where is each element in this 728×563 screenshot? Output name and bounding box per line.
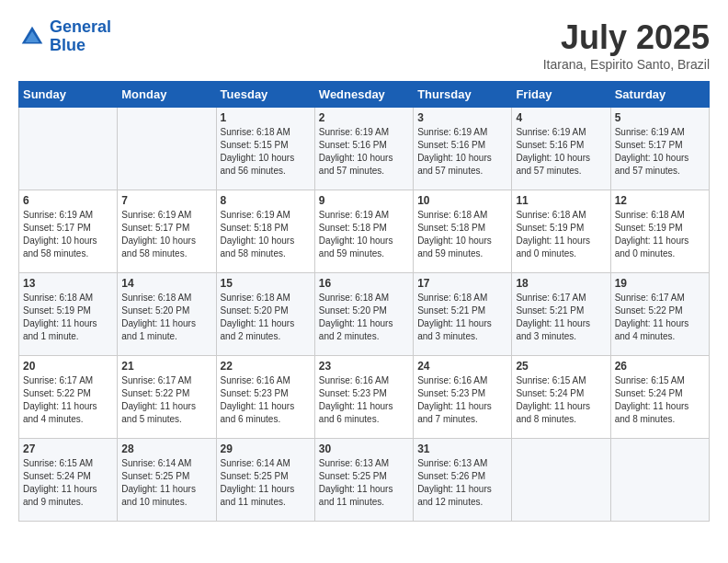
day-number: 22: [221, 360, 311, 373]
day-info: Sunrise: 6:18 AM Sunset: 5:20 PM Dayligh…: [221, 292, 311, 343]
day-info: Sunrise: 6:19 AM Sunset: 5:18 PM Dayligh…: [319, 209, 409, 260]
day-number: 13: [23, 277, 113, 290]
calendar-cell: 2Sunrise: 6:19 AM Sunset: 5:16 PM Daylig…: [314, 108, 413, 190]
calendar-cell: [118, 108, 216, 190]
calendar-cell: 3Sunrise: 6:19 AM Sunset: 5:16 PM Daylig…: [414, 108, 512, 190]
calendar-cell: 7Sunrise: 6:19 AM Sunset: 5:17 PM Daylig…: [118, 190, 216, 273]
calendar-cell: 28Sunrise: 6:14 AM Sunset: 5:25 PM Dayli…: [118, 439, 216, 522]
logo-icon: [18, 23, 46, 51]
calendar-cell: 23Sunrise: 6:16 AM Sunset: 5:23 PM Dayli…: [314, 356, 413, 439]
day-info: Sunrise: 6:17 AM Sunset: 5:22 PM Dayligh…: [121, 374, 211, 426]
day-number: 9: [319, 194, 409, 207]
day-info: Sunrise: 6:18 AM Sunset: 5:15 PM Dayligh…: [221, 126, 311, 178]
day-info: Sunrise: 6:16 AM Sunset: 5:23 PM Dayligh…: [221, 374, 311, 426]
day-info: Sunrise: 6:17 AM Sunset: 5:22 PM Dayligh…: [23, 374, 113, 426]
calendar-cell: 30Sunrise: 6:13 AM Sunset: 5:25 PM Dayli…: [314, 439, 413, 522]
page-header: General Blue July 2025 Itarana, Espirito…: [18, 18, 710, 72]
day-number: 11: [516, 194, 606, 207]
calendar-cell: 29Sunrise: 6:14 AM Sunset: 5:25 PM Dayli…: [216, 439, 314, 522]
day-info: Sunrise: 6:18 AM Sunset: 5:18 PM Dayligh…: [417, 209, 507, 260]
day-info: Sunrise: 6:14 AM Sunset: 5:25 PM Dayligh…: [121, 457, 211, 509]
month-title: July 2025: [543, 18, 710, 57]
day-info: Sunrise: 6:13 AM Sunset: 5:25 PM Dayligh…: [319, 457, 409, 509]
header-wednesday: Wednesday: [314, 82, 413, 108]
calendar-cell: 19Sunrise: 6:17 AM Sunset: 5:22 PM Dayli…: [610, 273, 709, 356]
day-number: 18: [516, 277, 606, 290]
day-info: Sunrise: 6:19 AM Sunset: 5:17 PM Dayligh…: [615, 126, 705, 178]
calendar-cell: 9Sunrise: 6:19 AM Sunset: 5:18 PM Daylig…: [314, 190, 413, 273]
day-number: 3: [417, 111, 507, 124]
calendar-week-2: 6Sunrise: 6:19 AM Sunset: 5:17 PM Daylig…: [19, 190, 710, 273]
day-number: 6: [23, 194, 113, 207]
header-monday: Monday: [118, 82, 216, 108]
calendar-cell: 11Sunrise: 6:18 AM Sunset: 5:19 PM Dayli…: [512, 190, 610, 273]
calendar-cell: 20Sunrise: 6:17 AM Sunset: 5:22 PM Dayli…: [19, 356, 118, 439]
header-friday: Friday: [512, 82, 610, 108]
day-info: Sunrise: 6:15 AM Sunset: 5:24 PM Dayligh…: [615, 374, 705, 426]
calendar-cell: [512, 439, 610, 522]
calendar-cell: 22Sunrise: 6:16 AM Sunset: 5:23 PM Dayli…: [216, 356, 314, 439]
day-number: 15: [221, 277, 311, 290]
calendar-cell: 4Sunrise: 6:19 AM Sunset: 5:16 PM Daylig…: [512, 108, 610, 190]
day-number: 29: [221, 442, 311, 455]
day-number: 28: [121, 442, 211, 455]
day-number: 4: [516, 111, 606, 124]
calendar-cell: 6Sunrise: 6:19 AM Sunset: 5:17 PM Daylig…: [19, 190, 118, 273]
calendar-cell: 24Sunrise: 6:16 AM Sunset: 5:23 PM Dayli…: [414, 356, 512, 439]
day-number: 26: [615, 360, 705, 373]
calendar-cell: 27Sunrise: 6:15 AM Sunset: 5:24 PM Dayli…: [19, 439, 118, 522]
day-info: Sunrise: 6:18 AM Sunset: 5:20 PM Dayligh…: [319, 292, 409, 343]
header-tuesday: Tuesday: [216, 82, 314, 108]
logo-text: General Blue: [50, 18, 111, 55]
day-info: Sunrise: 6:19 AM Sunset: 5:16 PM Dayligh…: [417, 126, 507, 178]
calendar-cell: 1Sunrise: 6:18 AM Sunset: 5:15 PM Daylig…: [216, 108, 314, 190]
day-number: 21: [121, 360, 211, 373]
calendar-cell: 15Sunrise: 6:18 AM Sunset: 5:20 PM Dayli…: [216, 273, 314, 356]
calendar-cell: 12Sunrise: 6:18 AM Sunset: 5:19 PM Dayli…: [610, 190, 709, 273]
day-info: Sunrise: 6:18 AM Sunset: 5:19 PM Dayligh…: [615, 209, 705, 260]
calendar-cell: 25Sunrise: 6:15 AM Sunset: 5:24 PM Dayli…: [512, 356, 610, 439]
day-info: Sunrise: 6:19 AM Sunset: 5:16 PM Dayligh…: [516, 126, 606, 178]
day-number: 10: [417, 194, 507, 207]
calendar-week-3: 13Sunrise: 6:18 AM Sunset: 5:19 PM Dayli…: [19, 273, 710, 356]
day-info: Sunrise: 6:15 AM Sunset: 5:24 PM Dayligh…: [516, 374, 606, 426]
day-number: 25: [516, 360, 606, 373]
calendar-header-row: SundayMondayTuesdayWednesdayThursdayFrid…: [19, 82, 710, 108]
calendar-cell: 26Sunrise: 6:15 AM Sunset: 5:24 PM Dayli…: [610, 356, 709, 439]
day-number: 20: [23, 360, 113, 373]
day-info: Sunrise: 6:19 AM Sunset: 5:17 PM Dayligh…: [23, 209, 113, 260]
header-sunday: Sunday: [19, 82, 118, 108]
logo-general: General: [50, 17, 111, 36]
day-info: Sunrise: 6:18 AM Sunset: 5:21 PM Dayligh…: [417, 292, 507, 343]
header-saturday: Saturday: [610, 82, 709, 108]
day-info: Sunrise: 6:18 AM Sunset: 5:19 PM Dayligh…: [23, 292, 113, 343]
calendar-week-5: 27Sunrise: 6:15 AM Sunset: 5:24 PM Dayli…: [19, 439, 710, 522]
day-number: 1: [221, 111, 311, 124]
day-number: 19: [615, 277, 705, 290]
logo-blue: Blue: [50, 37, 111, 55]
day-info: Sunrise: 6:14 AM Sunset: 5:25 PM Dayligh…: [221, 457, 311, 509]
day-number: 23: [319, 360, 409, 373]
day-info: Sunrise: 6:13 AM Sunset: 5:26 PM Dayligh…: [417, 457, 507, 509]
day-number: 16: [319, 277, 409, 290]
calendar-cell: 10Sunrise: 6:18 AM Sunset: 5:18 PM Dayli…: [414, 190, 512, 273]
day-info: Sunrise: 6:19 AM Sunset: 5:17 PM Dayligh…: [121, 209, 211, 260]
day-info: Sunrise: 6:18 AM Sunset: 5:19 PM Dayligh…: [516, 209, 606, 260]
calendar-week-1: 1Sunrise: 6:18 AM Sunset: 5:15 PM Daylig…: [19, 108, 710, 190]
day-info: Sunrise: 6:19 AM Sunset: 5:16 PM Dayligh…: [319, 126, 409, 178]
day-number: 7: [121, 194, 211, 207]
day-number: 17: [417, 277, 507, 290]
calendar-cell: 21Sunrise: 6:17 AM Sunset: 5:22 PM Dayli…: [118, 356, 216, 439]
day-number: 12: [615, 194, 705, 207]
calendar-cell: 17Sunrise: 6:18 AM Sunset: 5:21 PM Dayli…: [414, 273, 512, 356]
day-number: 27: [23, 442, 113, 455]
day-number: 8: [221, 194, 311, 207]
day-number: 5: [615, 111, 705, 124]
day-number: 14: [121, 277, 211, 290]
day-info: Sunrise: 6:18 AM Sunset: 5:20 PM Dayligh…: [121, 292, 211, 343]
calendar-week-4: 20Sunrise: 6:17 AM Sunset: 5:22 PM Dayli…: [19, 356, 710, 439]
day-info: Sunrise: 6:17 AM Sunset: 5:22 PM Dayligh…: [615, 292, 705, 343]
calendar-cell: 8Sunrise: 6:19 AM Sunset: 5:18 PM Daylig…: [216, 190, 314, 273]
calendar-cell: 5Sunrise: 6:19 AM Sunset: 5:17 PM Daylig…: [610, 108, 709, 190]
location-subtitle: Itarana, Espirito Santo, Brazil: [543, 57, 710, 72]
